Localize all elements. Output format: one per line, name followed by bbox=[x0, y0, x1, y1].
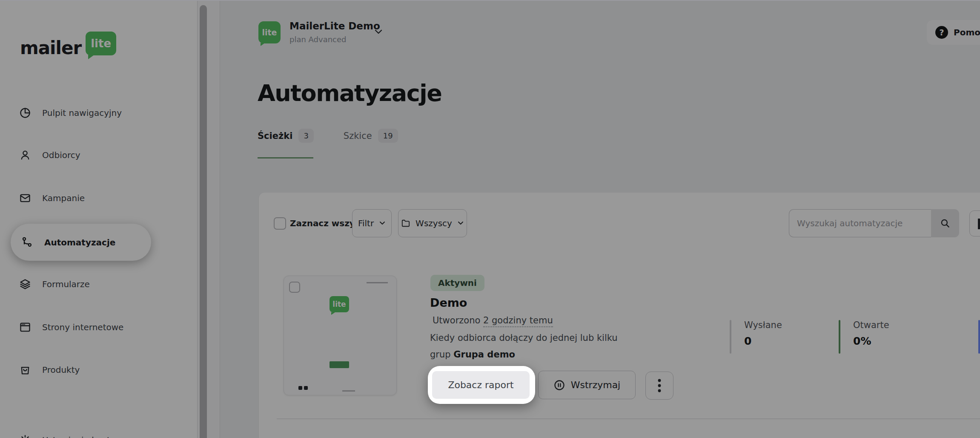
view-report-spotlight: Zobacz raport bbox=[428, 366, 535, 404]
app-window: mailer lite Pulpit nawigacyjny Odbiorcy bbox=[0, 0, 980, 438]
view-report-button[interactable]: Zobacz raport bbox=[432, 371, 530, 399]
